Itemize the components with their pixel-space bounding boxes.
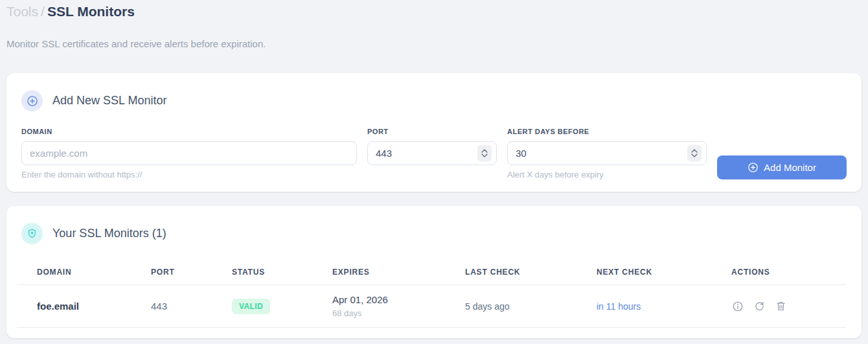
alert-days-field-group: ALERT DAYS BEFORE Alert X days before ex… — [507, 128, 707, 179]
domain-label: DOMAIN — [21, 128, 357, 136]
domain-field-group: DOMAIN Enter the domain without https:// — [21, 128, 357, 179]
monitors-table: DOMAIN PORT STATUS EXPIRES LAST CHECK NE… — [17, 262, 846, 328]
info-icon — [732, 301, 744, 312]
header-last-check: LAST CHECK — [465, 262, 597, 285]
cell-port: 443 — [151, 285, 232, 328]
shield-lock-icon — [21, 223, 43, 244]
breadcrumb: Tools/SSL Monitors — [6, 4, 135, 19]
alert-days-label: ALERT DAYS BEFORE — [507, 128, 707, 136]
header-port: PORT — [151, 262, 232, 285]
port-field-group: PORT — [367, 128, 497, 179]
port-stepper[interactable] — [477, 145, 492, 161]
header-next-check: NEXT CHECK — [597, 262, 731, 285]
add-monitor-button-label: Add Monitor — [764, 162, 816, 173]
trash-icon — [775, 301, 786, 312]
cell-expires: Apr 01, 2026 68 days — [332, 285, 465, 328]
add-monitor-title: Add New SSL Monitor — [52, 94, 166, 108]
domain-input[interactable] — [21, 141, 357, 165]
plus-circle-icon — [748, 162, 759, 173]
header-actions: ACTIONS — [731, 262, 846, 285]
alert-days-input[interactable] — [507, 141, 707, 165]
cell-domain: foe.email — [17, 285, 151, 328]
domain-helper: Enter the domain without https:// — [21, 170, 357, 179]
cell-next-check[interactable]: in 11 hours — [597, 285, 731, 328]
alert-days-stepper[interactable] — [687, 145, 702, 161]
refresh-icon — [754, 301, 765, 312]
refresh-button[interactable] — [753, 300, 766, 313]
table-row: foe.email 443 VALID Apr 01, 2026 68 days… — [17, 285, 846, 328]
cell-actions — [731, 285, 846, 328]
cell-status: VALID — [232, 285, 332, 328]
breadcrumb-separator: / — [38, 4, 47, 19]
expires-days-remaining: 68 days — [332, 308, 465, 318]
expires-date: Apr 01, 2026 — [332, 294, 465, 305]
plus-circle-icon — [21, 90, 43, 111]
header-expires: EXPIRES — [332, 262, 465, 285]
page-subtitle: Monitor SSL certificates and receive ale… — [6, 38, 266, 49]
breadcrumb-tools[interactable]: Tools — [6, 4, 38, 19]
header-domain: DOMAIN — [17, 262, 151, 285]
add-monitor-button[interactable]: Add Monitor — [717, 155, 847, 179]
table-header-row: DOMAIN PORT STATUS EXPIRES LAST CHECK NE… — [17, 262, 846, 285]
header-status: STATUS — [232, 262, 332, 285]
info-button[interactable] — [731, 300, 744, 313]
add-monitor-form: DOMAIN Enter the domain without https://… — [21, 128, 847, 179]
page-title: SSL Monitors — [47, 4, 135, 19]
monitors-list-title: Your SSL Monitors (1) — [52, 227, 166, 240]
add-monitor-header: Add New SSL Monitor — [6, 73, 862, 111]
cell-last-check: 5 days ago — [465, 285, 597, 328]
alert-days-helper: Alert X days before expiry — [507, 170, 707, 179]
monitors-list-card: Your SSL Monitors (1) DOMAIN PORT STATUS… — [6, 206, 862, 338]
add-monitor-card: Add New SSL Monitor DOMAIN Enter the dom… — [6, 73, 862, 192]
delete-button[interactable] — [774, 300, 787, 313]
monitors-list-header: Your SSL Monitors (1) — [6, 206, 862, 244]
status-badge: VALID — [232, 299, 270, 314]
ssl-monitors-page: Tools/SSL Monitors Monitor SSL certifica… — [0, 0, 868, 344]
port-label: PORT — [367, 128, 497, 136]
